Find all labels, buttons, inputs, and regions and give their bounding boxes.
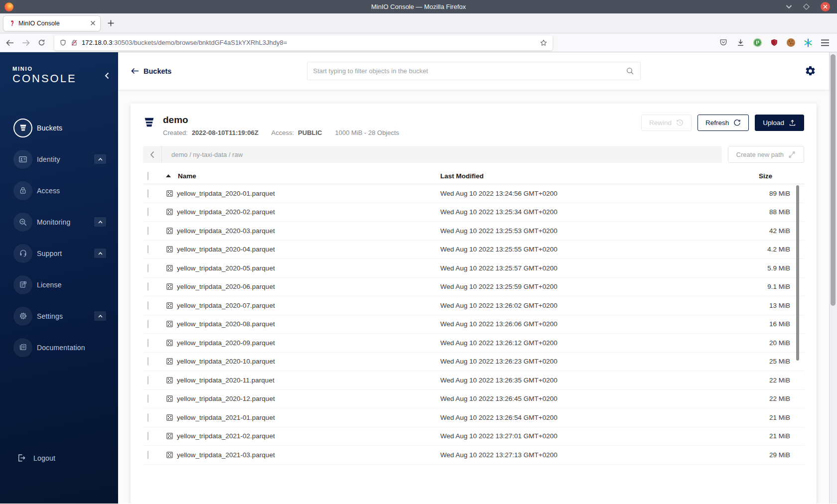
object-last-modified: Wed Aug 10 2022 13:25:55 GMT+0200 — [440, 246, 739, 253]
downloads-icon[interactable] — [736, 38, 745, 47]
hamburger-menu-icon[interactable] — [821, 39, 829, 46]
object-row[interactable]: yellow_tripdata_2020-05.parquet Wed Aug … — [143, 259, 804, 278]
object-row[interactable]: yellow_tripdata_2020-07.parquet Wed Aug … — [143, 296, 804, 315]
extension-green-icon[interactable] — [753, 38, 762, 47]
sidebar-item-logout[interactable]: Logout — [0, 453, 118, 463]
row-checkbox[interactable] — [147, 245, 148, 253]
column-header-last-modified[interactable]: Last Modified — [440, 172, 739, 180]
browser-tab-bar: MinIO Console — [0, 13, 837, 33]
sidebar-item-identity[interactable]: Identity — [0, 143, 118, 175]
row-checkbox[interactable] — [147, 301, 148, 310]
object-filter-search[interactable] — [307, 62, 641, 80]
object-row[interactable]: yellow_tripdata_2020-01.parquet Wed Aug … — [143, 184, 804, 203]
window-maximize-icon[interactable] — [804, 4, 809, 9]
object-row[interactable]: yellow_tripdata_2020-11.parquet Wed Aug … — [143, 371, 804, 390]
tab-close-icon[interactable] — [90, 20, 96, 26]
url-bar[interactable]: 172.18.0.3:30503/buckets/demo/browse/bnk… — [54, 35, 553, 50]
window-close-button[interactable] — [821, 2, 830, 11]
browser-scrollbar[interactable] — [829, 52, 837, 504]
object-row[interactable]: yellow_tripdata_2020-10.parquet Wed Aug … — [143, 353, 804, 372]
sidebar-item-license[interactable]: License — [0, 269, 118, 300]
column-header-size[interactable]: Size — [739, 172, 804, 180]
sidebar-item-settings[interactable]: Settings — [0, 300, 118, 332]
chevron-up-icon[interactable] — [94, 154, 106, 164]
path-back-chevron[interactable] — [143, 146, 162, 163]
tab-title: MinIO Console — [18, 20, 87, 27]
search-input[interactable] — [313, 67, 626, 75]
row-checkbox[interactable] — [147, 227, 148, 235]
bookmark-star-icon[interactable] — [540, 39, 548, 47]
create-new-path-button[interactable]: Create new path — [728, 146, 804, 163]
magnifier-pulse-icon — [13, 213, 32, 232]
refresh-label: Refresh — [705, 119, 729, 126]
object-name: yellow_tripdata_2021-01.parquet — [177, 414, 275, 421]
chevron-up-icon[interactable] — [94, 311, 106, 321]
row-checkbox[interactable] — [147, 339, 148, 347]
column-header-name[interactable]: Name — [178, 172, 196, 180]
sidebar-item-monitoring[interactable]: Monitoring — [0, 206, 118, 238]
object-row[interactable]: yellow_tripdata_2020-06.parquet Wed Aug … — [143, 278, 804, 297]
chevron-up-icon[interactable] — [94, 249, 106, 258]
row-checkbox[interactable] — [147, 357, 148, 366]
pocket-icon[interactable] — [719, 38, 728, 47]
row-checkbox[interactable] — [147, 451, 148, 459]
parquet-file-icon — [166, 320, 173, 328]
table-scrollbar-thumb[interactable] — [796, 185, 799, 361]
row-checkbox[interactable] — [147, 282, 148, 291]
object-name: yellow_tripdata_2020-01.parquet — [177, 190, 275, 197]
parquet-file-icon — [166, 283, 173, 290]
row-checkbox[interactable] — [147, 320, 148, 328]
object-row[interactable]: yellow_tripdata_2020-02.parquet Wed Aug … — [143, 203, 804, 222]
row-checkbox[interactable] — [147, 189, 148, 198]
cookie-extension-icon[interactable] — [787, 38, 795, 47]
object-row[interactable]: yellow_tripdata_2021-02.parquet Wed Aug … — [143, 427, 804, 446]
sidebar-item-documentation[interactable]: Documentation — [0, 332, 118, 363]
create-new-path-label: Create new path — [736, 151, 784, 158]
object-row[interactable]: yellow_tripdata_2021-01.parquet Wed Aug … — [143, 408, 804, 427]
insecure-lock-icon[interactable] — [71, 39, 78, 47]
forward-button[interactable] — [22, 39, 30, 46]
back-to-buckets-link[interactable]: Buckets — [131, 67, 171, 75]
select-all-checkbox[interactable] — [147, 172, 148, 180]
browser-scrollbar-thumb[interactable] — [831, 54, 836, 306]
breadcrumb[interactable]: demo / ny-taxi-data / raw — [171, 151, 243, 158]
extension-asterisk-icon[interactable] — [804, 38, 813, 47]
object-row[interactable]: yellow_tripdata_2020-12.parquet Wed Aug … — [143, 390, 804, 409]
refresh-button[interactable]: Refresh — [698, 115, 749, 131]
ublock-shield-icon[interactable] — [770, 38, 778, 47]
row-checkbox[interactable] — [147, 394, 148, 403]
row-checkbox[interactable] — [147, 208, 148, 216]
upload-button[interactable]: Upload — [755, 115, 804, 131]
shield-permissions-icon[interactable] — [59, 39, 67, 47]
parquet-file-icon — [166, 246, 173, 253]
sidebar-item-support[interactable]: Support — [0, 238, 118, 269]
window-minimize-icon[interactable] — [786, 4, 792, 9]
row-checkbox[interactable] — [147, 413, 148, 422]
row-checkbox[interactable] — [147, 376, 148, 384]
bucket-browser-card: demo Created: 2022-08-10T11:19:06Z Acces… — [131, 104, 817, 504]
window-title: MinIO Console — Mozilla Firefox — [371, 3, 466, 10]
sidebar-item-access[interactable]: Access — [0, 175, 118, 206]
object-row[interactable]: yellow_tripdata_2020-04.parquet Wed Aug … — [143, 241, 804, 259]
object-row[interactable]: yellow_tripdata_2020-08.parquet Wed Aug … — [143, 315, 804, 334]
rewind-button[interactable]: Rewind — [641, 115, 692, 131]
browser-tab[interactable]: MinIO Console — [3, 15, 101, 31]
row-checkbox[interactable] — [147, 432, 148, 440]
object-size: 20 MiB — [739, 339, 804, 347]
object-row[interactable]: yellow_tripdata_2021-03.parquet Wed Aug … — [143, 446, 804, 465]
rewind-icon — [676, 119, 684, 126]
sidebar-collapse-icon[interactable] — [105, 72, 109, 79]
row-checkbox[interactable] — [147, 264, 148, 272]
chevron-up-icon[interactable] — [94, 217, 106, 227]
new-tab-button[interactable] — [108, 20, 114, 26]
console-settings-gear-icon[interactable] — [805, 65, 816, 77]
object-row[interactable]: yellow_tripdata_2020-03.parquet Wed Aug … — [143, 222, 804, 241]
created-label: Created: — [163, 129, 188, 136]
rewind-label: Rewind — [649, 119, 672, 126]
sort-ascending-icon[interactable] — [166, 174, 171, 177]
object-row[interactable]: yellow_tripdata_2020-09.parquet Wed Aug … — [143, 334, 804, 353]
sidebar-item-buckets[interactable]: Buckets — [0, 112, 118, 143]
object-name: yellow_tripdata_2020-08.parquet — [177, 320, 275, 328]
reload-button[interactable] — [38, 39, 45, 46]
back-button[interactable] — [6, 39, 14, 46]
